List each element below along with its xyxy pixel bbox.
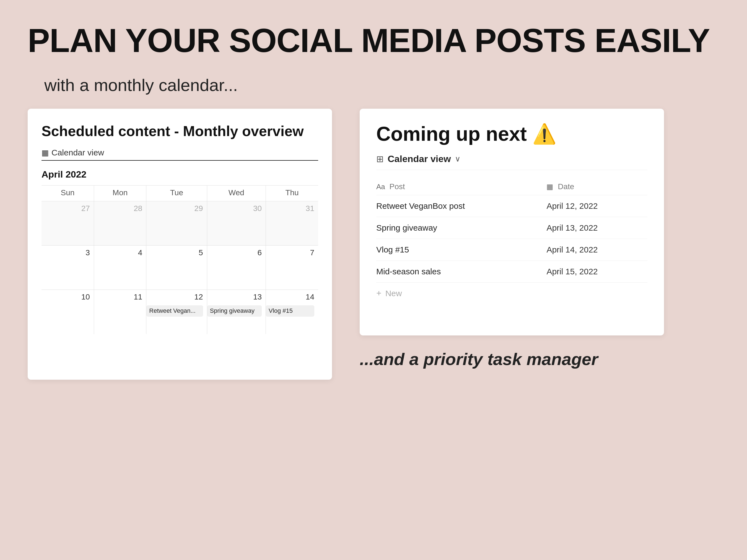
table-view-icon: ⊞ [376, 154, 384, 164]
day-header-sun: Sun [42, 186, 94, 201]
col-date-label: Date [558, 182, 574, 191]
cal-cell-7: 7 [266, 246, 318, 290]
col-header-post: Aa Post [376, 178, 535, 195]
cal-cell-31: 31 [266, 201, 318, 246]
subtitle-right: ...and a priority task manager [360, 349, 664, 369]
event-retweet-vegan[interactable]: Retweet Vegan... [146, 305, 203, 317]
cal-cell-14: 14 Vlog #15 [266, 290, 318, 334]
subtitle-left: with a monthly calendar... [44, 75, 719, 95]
cal-cell-12: 12 Retweet Vegan... [146, 290, 207, 334]
post-cell[interactable]: Mid-season sales [376, 261, 535, 283]
cal-cell-28: 28 [94, 201, 146, 246]
calendar-card-title: Scheduled content - Monthly overview [42, 123, 318, 140]
cal-cell-10: 10 [42, 290, 94, 334]
new-label: New [385, 289, 402, 298]
content-row: Scheduled content - Monthly overview ▦ C… [28, 109, 719, 538]
calendar-month-label: April 2022 [42, 169, 318, 180]
post-cell[interactable]: Spring giveaway [376, 217, 535, 239]
cal-cell-6: 6 [207, 246, 266, 290]
calendar-view-tab[interactable]: ▦ Calendar view [42, 148, 104, 157]
calendar-tab-icon: ▦ [42, 148, 49, 157]
cal-cell-27: 27 [42, 201, 94, 246]
post-cell[interactable]: Vlog #15 [376, 239, 535, 261]
coming-up-view-row[interactable]: ⊞ Calendar view ∨ [376, 154, 647, 170]
cal-cell-11: 11 [94, 290, 146, 334]
col-header-date: ▦ Date [535, 178, 647, 195]
date-cell: April 14, 2022 [535, 239, 647, 261]
cal-cell-5: 5 [146, 246, 207, 290]
coming-up-card: Coming up next ⚠️ ⊞ Calendar view ∨ Aa P… [360, 109, 664, 336]
day-header-wed: Wed [207, 186, 266, 201]
table-row: Spring giveawayApril 13, 2022 [376, 217, 647, 239]
date-cell: April 15, 2022 [535, 261, 647, 283]
event-spring-giveaway[interactable]: Spring giveaway [207, 305, 262, 317]
day-header-tue: Tue [146, 186, 207, 201]
page-container: PLAN YOUR SOCIAL MEDIA POSTS EASILY with… [0, 0, 747, 560]
table-row: Mid-season salesApril 15, 2022 [376, 261, 647, 283]
col-post-label: Post [390, 182, 405, 191]
plus-icon: + [376, 288, 382, 298]
main-title: PLAN YOUR SOCIAL MEDIA POSTS EASILY [28, 22, 719, 59]
cal-cell-3: 3 [42, 246, 94, 290]
calendar-tab-row: ▦ Calendar view [42, 148, 318, 161]
cal-cell-30: 30 [207, 201, 266, 246]
coming-up-table: Aa Post ▦ Date Retweet VeganBox postApri… [376, 178, 647, 283]
calendar-row-1: 27 28 29 30 31 [42, 201, 318, 246]
chevron-down-icon: ∨ [455, 154, 461, 163]
calendar-card: Scheduled content - Monthly overview ▦ C… [28, 109, 332, 380]
coming-up-title: Coming up next ⚠️ [376, 123, 647, 145]
day-header-thu: Thu [266, 186, 318, 201]
calendar-row-3: 10 11 12 Retweet Vegan... 13 Spring give… [42, 290, 318, 334]
calendar-grid: Sun Mon Tue Wed Thu 27 28 29 30 31 [42, 185, 318, 334]
cal-cell-29: 29 [146, 201, 207, 246]
calendar-tab-label: Calendar view [51, 148, 104, 157]
cal-cell-4: 4 [94, 246, 146, 290]
date-cell: April 12, 2022 [535, 195, 647, 217]
right-col: Coming up next ⚠️ ⊞ Calendar view ∨ Aa P… [360, 109, 664, 369]
table-row: Retweet VeganBox postApril 12, 2022 [376, 195, 647, 217]
table-row: Vlog #15April 14, 2022 [376, 239, 647, 261]
event-vlog-15[interactable]: Vlog #15 [266, 305, 314, 317]
day-header-mon: Mon [94, 186, 146, 201]
cal-cell-13: 13 Spring giveaway [207, 290, 266, 334]
calendar-row-2: 3 4 5 6 7 [42, 246, 318, 290]
coming-up-title-text: Coming up next [376, 123, 527, 145]
warning-icon: ⚠️ [532, 123, 557, 145]
date-cell: April 13, 2022 [535, 217, 647, 239]
new-row-button[interactable]: + New [376, 288, 647, 298]
date-col-icon: ▦ [546, 183, 553, 191]
text-col-icon: Aa [376, 183, 385, 191]
post-cell[interactable]: Retweet VeganBox post [376, 195, 535, 217]
view-label: Calendar view [388, 154, 451, 164]
